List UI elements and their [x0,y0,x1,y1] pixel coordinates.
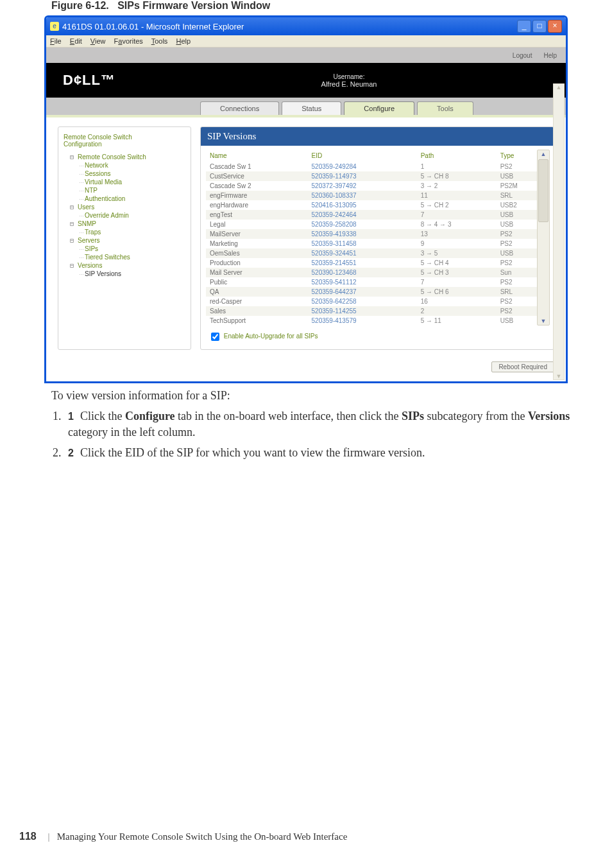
dell-logo: D¢LL™ [46,63,132,98]
scroll-down-icon[interactable]: ▼ [541,318,547,324]
cell-eid[interactable]: 520359-644237 [308,287,417,297]
cell-eid[interactable]: 520359-249284 [308,162,417,171]
tree-item-servers[interactable]: Servers [70,236,185,245]
cell-path: 16 [417,297,497,306]
instruction-list: 1Click the Configure tab in the on-board… [64,408,593,460]
table-row: Legal520359-2582088 → 4 → 3USB [206,220,548,229]
nav-tree: Remote Console SwitchConfiguration Remot… [58,126,191,350]
tree-item-remote-console-switch[interactable]: Remote Console Switch [70,153,185,161]
panel-title: SIP Versions [201,127,554,146]
col-path[interactable]: Path [417,150,497,162]
main-tabs: Connections Status Configure Tools [46,98,566,115]
instruction-intro: To view version information for a SIP: [51,388,593,403]
menu-view[interactable]: View [90,37,106,45]
tab-tools[interactable]: Tools [417,101,473,115]
cell-eid[interactable]: 520359-214551 [308,258,417,268]
cell-eid[interactable]: 520390-123468 [308,268,417,277]
app-header: D¢LL™ Username: Alfred E. Neuman [46,63,566,98]
tree-item-ntp[interactable]: NTP [70,186,185,195]
tree-item-authentication[interactable]: Authentication [70,195,185,203]
cell-path: 5 → CH 4 [417,258,497,268]
table-scrollbar[interactable]: ▲ ▼ [537,150,550,326]
figure-number: Figure 6-12. [51,0,109,11]
cell-eid[interactable]: 520359-114255 [308,306,417,316]
menu-file[interactable]: File [50,37,62,45]
cell-path: 7 [417,210,497,220]
cell-name: MailServer [206,229,308,239]
cell-eid[interactable]: 520359-311458 [308,239,417,248]
table-row: Marketing520359-3114589PS2 [206,239,548,248]
help-link[interactable]: Help [543,52,557,59]
cell-eid[interactable]: 520359-242464 [308,210,417,220]
tree-item-virtual-media[interactable]: Virtual Media [70,178,185,186]
cell-eid[interactable]: 520359-541112 [308,277,417,287]
top-utility-bar: Logout Help [46,48,566,63]
cell-eid[interactable]: 520359-419338 [308,229,417,239]
cell-eid[interactable]: 520359-324451 [308,248,417,258]
tree-item-traps[interactable]: Traps [70,228,185,236]
logout-link[interactable]: Logout [513,52,532,59]
footer-actions: Reboot Required [46,356,566,381]
tree-item-snmp[interactable]: SNMP [70,220,185,228]
enable-auto-upgrade-checkbox[interactable] [211,333,219,341]
step-1: 1Click the Configure tab in the on-board… [64,408,593,440]
cell-path: 1 [417,162,497,171]
cell-path: 3 → 5 [417,248,497,258]
table-row: Mail Server520390-1234685 → CH 3Sun [206,268,548,277]
cell-name: Legal [206,220,308,229]
col-eid[interactable]: EID [308,150,417,162]
table-row: engHardware520416-3130955 → CH 2USB2 [206,200,548,210]
scroll-up-icon[interactable]: ▲ [541,151,547,157]
tab-status[interactable]: Status [282,101,341,115]
reboot-required-button[interactable]: Reboot Required [491,361,554,372]
col-name[interactable]: Name [206,150,308,162]
tree-item-users[interactable]: Users [70,203,185,211]
menu-edit[interactable]: Edit [70,37,82,45]
cell-name: engFirmware [206,191,308,200]
cell-path: 11 [417,191,497,200]
scroll-thumb[interactable] [538,159,548,222]
cell-eid[interactable]: 520416-313095 [308,200,417,210]
cell-eid[interactable]: 520359-642258 [308,297,417,306]
minimize-button[interactable]: _ [517,20,531,33]
tab-configure[interactable]: Configure [344,101,414,115]
window-title: 4161DS 01.01.06.01 - Microsoft Internet … [62,22,244,31]
cell-name: OemSales [206,248,308,258]
cell-path: 9 [417,239,497,248]
ie-icon: e [50,22,59,31]
browser-menubar: File Edit View Favorites Tools Help [46,35,566,48]
close-button[interactable]: × [548,20,562,33]
cell-name: Sales [206,306,308,316]
maximize-button[interactable]: □ [532,20,547,33]
tab-connections[interactable]: Connections [200,101,279,115]
cell-name: QA [206,287,308,297]
tree-item-override-admin[interactable]: Override Admin [70,211,185,220]
tree-item-sip-versions[interactable]: SIP Versions [70,270,185,278]
tree-item-sessions[interactable]: Sessions [70,169,185,178]
window-titlebar: e 4161DS 01.01.06.01 - Microsoft Interne… [46,17,566,35]
cell-name: TechSupport [206,316,308,326]
cell-name: CustService [206,171,308,181]
table-row: Cascade Sw 2520372-3974923 → 2PS2M [206,181,548,191]
tree-item-tiered-switches[interactable]: Tiered Switches [70,253,185,261]
tree-item-versions[interactable]: Versions [70,261,185,270]
cell-eid[interactable]: 520359-258208 [308,220,417,229]
header-username: Username: Alfred E. Neuman [132,63,566,98]
cell-eid[interactable]: 520372-397492 [308,181,417,191]
tree-item-network[interactable]: Network [70,161,185,169]
table-row: Production520359-2145515 → CH 4PS2 [206,258,548,268]
cell-path: 13 [417,229,497,239]
page-scrollbar[interactable]: ▲▼ [553,83,565,380]
cell-path: 3 → 2 [417,181,497,191]
cell-path: 2 [417,306,497,316]
tree-item-sips[interactable]: SIPs [70,245,185,253]
cell-path: 5 → CH 3 [417,268,497,277]
menu-help[interactable]: Help [176,37,191,45]
cell-eid[interactable]: 520359-114973 [308,171,417,181]
menu-tools[interactable]: Tools [151,37,168,45]
cell-eid[interactable]: 520360-108337 [308,191,417,200]
cell-eid[interactable]: 520359-413579 [308,316,417,326]
figure-title: SIPs Firmware Version Window [117,0,270,11]
cell-path: 5 → CH 6 [417,287,497,297]
menu-favorites[interactable]: Favorites [114,37,143,45]
